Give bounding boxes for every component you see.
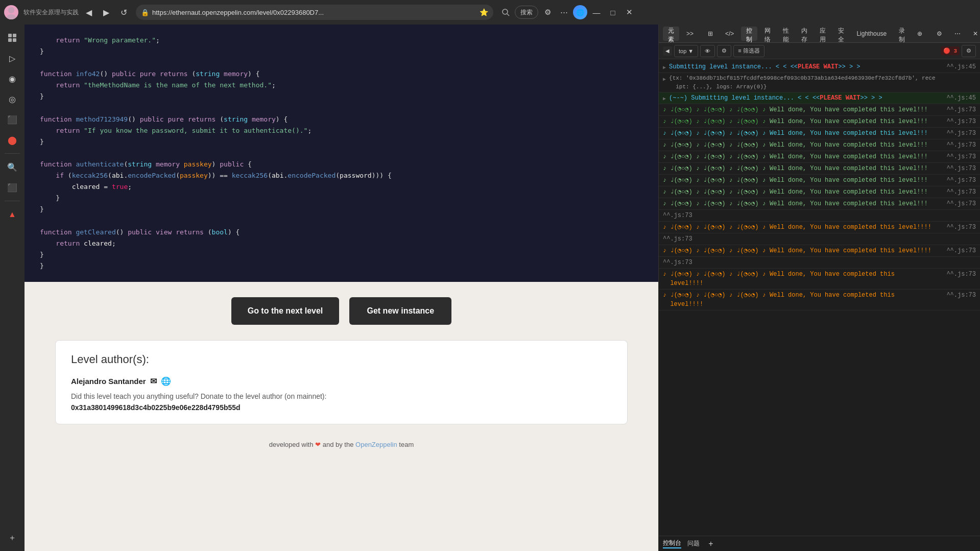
console-entry-welldone-4: ♪ ♩(◔○◔) ♪ ♩(◔○◔) ♪ ♩(◔◇◔) ♪ Well done, … [659, 139, 980, 151]
author-section-title: Level author(s): [71, 353, 612, 366]
devtools-tab-icon2[interactable]: </> [720, 27, 739, 41]
devtools-secondary-bar: ◀ top▼ 👁 ⚙ ≡ 筛选器 🔴 3 ⚙ [659, 43, 980, 59]
devtools-add-panel-button[interactable]: + [706, 539, 716, 549]
forward-button[interactable]: ▶ [99, 5, 113, 19]
author-address: 0x31a3801499618d3c4b0225b9e06e228d4795b5… [71, 403, 612, 412]
devtools-tab-add[interactable]: ⊕ [912, 27, 927, 41]
console-entry-welldone-orange2: ♪ ♩(◔○◔) ♪ ♩(◔○◔) ♪ ♩(◔◇◔) ♪ Well done, … [659, 245, 980, 257]
sidebar-icon-dark[interactable]: ⬛ [3, 178, 21, 197]
sidebar-icon-add[interactable]: ＋ [3, 529, 21, 547]
console-text-wd6: ♪ ♩(◔○◔) ♪ ♩(◔○◔) ♪ ♩(◔◇◔) ♪ Well done, … [663, 164, 943, 173]
profile-avatar[interactable] [4, 5, 18, 19]
devtools-tab-console[interactable]: 控制台 [741, 27, 757, 41]
devtools-tab-recorder[interactable]: 录制器 [894, 27, 910, 41]
console-file-wd7: ^^.js:73 [946, 176, 976, 185]
browser-actions: 搜索 ⚙ ⋯ 🌐 — □ ✕ [498, 5, 636, 19]
console-file-wd5: ^^.js:73 [946, 152, 976, 161]
devtools-tab-network[interactable]: 网络 [759, 27, 776, 41]
devtools-tab-more[interactable]: >> [681, 27, 699, 41]
devtools-tab-application[interactable]: 应用 [815, 27, 831, 41]
author-email-icon[interactable]: ✉ [150, 376, 157, 386]
console-entry-welldone-orange3: ♪ ♩(◔○◔) ♪ ♩(◔○◔) ♪ ♩(◔◇◔) ♪ Well done, … [659, 269, 980, 290]
console-file-wd9: ^^.js:73 [946, 199, 976, 208]
devtools-settings2-button[interactable]: ⚙ [717, 45, 731, 57]
sidebar-icon-triangle[interactable]: ▲ [3, 205, 21, 224]
svg-rect-4 [8, 34, 12, 37]
devtools-tab-memory[interactable]: 内存 [796, 27, 812, 41]
devtools-eye-button[interactable]: 👁 [700, 45, 715, 57]
console-text-wdo1: ♪ ♩(◔○◔) ♪ ♩(◔○◔) ♪ ♩(◔◇◔) ♪ Well done, … [663, 223, 943, 232]
devtools-filter-button[interactable]: ≡ 筛选器 [733, 45, 764, 57]
console-entry-welldone-9: ♪ ♩(◔○◔) ♪ ♩(◔○◔) ♪ ♩(◔◇◔) ♪ Well done, … [659, 198, 980, 210]
console-file-wd3: ^^.js:73 [946, 129, 976, 138]
console-text-wd4: ♪ ♩(◔○◔) ♪ ♩(◔○◔) ♪ ♩(◔◇◔) ♪ Well done, … [663, 140, 943, 150]
close-button[interactable]: ✕ [622, 5, 636, 19]
devtools-bottom-tab-console[interactable]: 控制台 [663, 539, 681, 548]
footer-text-mid: and by the [323, 441, 354, 448]
sidebar-divider [5, 153, 20, 154]
console-text-wd8: ♪ ♩(◔○◔) ♪ ♩(◔○◔) ♪ ♩(◔◇◔) ♪ Well done, … [663, 187, 943, 197]
svg-point-2 [503, 9, 508, 14]
sidebar-icon-red[interactable]: ⬤ [3, 131, 21, 149]
extensions-button[interactable]: ⚙ [540, 5, 555, 19]
devtools-panel: 元素 >> ⊞ </> 控制台 网络 性能 内存 应用 安全 Lighthous… [658, 25, 980, 551]
back-button[interactable]: ◀ [82, 5, 96, 19]
sidebar-icon-circle[interactable]: ◉ [3, 69, 21, 88]
browser-toolbar: 软件安全原理与实践 ◀ ▶ ↺ 🔒 https://ethernaut.open… [0, 0, 980, 25]
sidebar-icon-target[interactable]: ◎ [3, 90, 21, 108]
sidebar-icon-play[interactable]: ▷ [3, 49, 21, 67]
footer-heart: ❤ [315, 441, 321, 448]
console-text-wdo2: ♪ ♩(◔○◔) ♪ ♩(◔○◔) ♪ ♩(◔◇◔) ♪ Well done, … [663, 246, 943, 255]
devtools-bottom-bar: 控制台 问题 + [659, 536, 980, 551]
svg-rect-5 [13, 34, 16, 37]
console-text-wd1: ♪ ♩(◔○◔) ♪ ♩(◔○◔) ♪ ♩(◔◇◔) ♪ Well done, … [663, 105, 943, 114]
devtools-more-button[interactable]: ⋯ [949, 27, 966, 41]
minimize-button[interactable]: — [589, 5, 604, 19]
devtools-bottom-tab-issues[interactable]: 问题 [687, 539, 700, 548]
more-button[interactable]: ⋯ [557, 5, 571, 19]
url-text: https://ethernaut.openzeppelin.com/level… [152, 9, 476, 16]
devtools-tab-performance[interactable]: 性能 [778, 27, 794, 41]
devtools-gear-button[interactable]: ⚙ [962, 45, 976, 57]
devtools-tab-icon1[interactable]: ⊞ [703, 27, 718, 41]
author-web-icon[interactable]: 🌐 [161, 376, 171, 386]
buttons-area: Go to the next level Get new instance [25, 282, 658, 340]
console-entry-empty1: ^^.js:73 [659, 210, 980, 222]
console-entry-empty2: ^^.js:73 [659, 233, 980, 245]
console-entry-welldone-6: ♪ ♩(◔○◔) ♪ ♩(◔○◔) ♪ ♩(◔◇◔) ♪ Well done, … [659, 163, 980, 175]
devtools-close-button[interactable]: ✕ [968, 27, 980, 41]
address-bar[interactable]: 🔒 https://ethernaut.openzeppelin.com/lev… [136, 5, 493, 20]
footer-text-after: team [399, 441, 414, 448]
devtools-console[interactable]: ▶ Submitting level instance... < < <<PLE… [659, 59, 980, 536]
new-instance-button[interactable]: Get new instance [349, 297, 451, 325]
expand-icon[interactable]: ▶ [663, 64, 666, 71]
next-level-button[interactable]: Go to the next level [231, 297, 340, 325]
devtools-collapse-button[interactable]: ◀ [663, 46, 672, 56]
console-entry-welldone-3: ♪ ♩(◔○◔) ♪ ♩(◔○◔) ♪ ♩(◔◇◔) ♪ Well done, … [659, 128, 980, 139]
console-file-2: ^^.js:45 [946, 93, 976, 103]
web-content: return "Wrong parameter."; } function in… [25, 25, 658, 551]
console-file-wd6: ^^.js:73 [946, 164, 976, 173]
console-text-submitting1: Submitting level instance... < < <<PLEAS… [669, 62, 943, 71]
browser-profile-icon[interactable]: 🌐 [573, 5, 587, 19]
expand-icon-2[interactable]: ▶ [663, 95, 666, 103]
maximize-button[interactable]: □ [606, 5, 620, 19]
sidebar-icon-box[interactable]: ⬛ [3, 110, 21, 129]
devtools-tab-lighthouse[interactable]: Lighthouse [851, 27, 892, 41]
console-file-empty2: ^^.js:73 [663, 234, 692, 244]
search-button[interactable] [498, 5, 513, 19]
footer-link[interactable]: OpenZeppelin [355, 441, 397, 448]
author-name: Alejandro Santander ✉ 🌐 [71, 376, 612, 386]
console-text-wd5: ♪ ♩(◔○◔) ♪ ♩(◔○◔) ♪ ♩(◔◇◔) ♪ Well done, … [663, 152, 943, 161]
console-file-wd8: ^^.js:73 [946, 187, 976, 197]
refresh-button[interactable]: ↺ [116, 5, 131, 19]
devtools-top-select[interactable]: top▼ [674, 45, 698, 57]
devtools-tab-elements[interactable]: 元素 [663, 27, 679, 41]
expand-icon-tx[interactable]: ▶ [663, 76, 666, 83]
sidebar-icon-home[interactable] [3, 29, 21, 47]
console-text-wd3: ♪ ♩(◔○◔) ♪ ♩(◔○◔) ♪ ♩(◔◇◔) ♪ Well done, … [663, 129, 943, 138]
search-field[interactable]: 搜索 [515, 6, 538, 19]
sidebar-icon-search[interactable]: 🔍 [3, 158, 21, 176]
devtools-tab-security[interactable]: 安全 [833, 27, 849, 41]
devtools-settings-button[interactable]: ⚙ [931, 27, 947, 41]
